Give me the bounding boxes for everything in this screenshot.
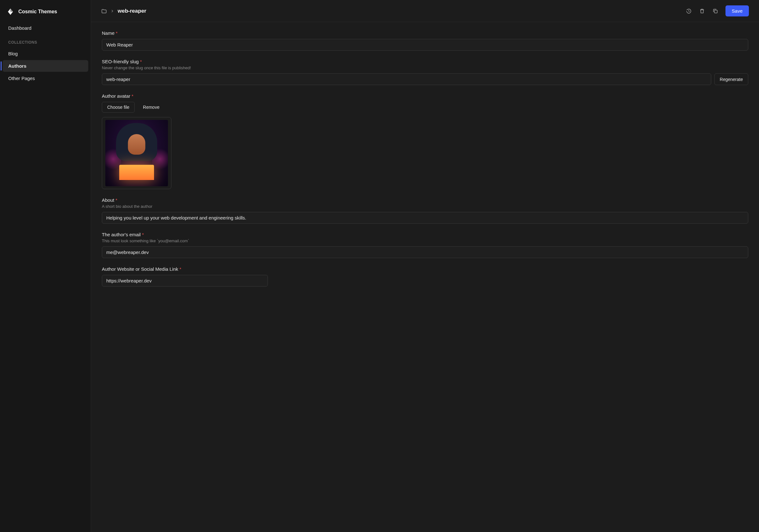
remove-file-button[interactable]: Remove [138,102,164,112]
choose-file-button[interactable]: Choose file [102,102,135,113]
required-indicator: * [116,30,118,36]
required-indicator: * [132,93,134,99]
topbar-actions: Save [683,5,749,17]
chevron-right-icon [110,9,114,13]
brand: Cosmic Themes [0,5,91,22]
sidebar-item-blog[interactable]: Blog [3,48,88,60]
about-label: About [102,197,114,203]
brand-title: Cosmic Themes [18,9,57,15]
sidebar-nav: Dashboard COLLECTIONS Blog Authors Other… [0,22,91,85]
field-website: Author Website or Social Media Link * [102,266,748,287]
field-about: About * A short bio about the author [102,197,748,224]
website-label: Author Website or Social Media Link [102,266,179,272]
about-input[interactable] [102,212,748,224]
slug-input[interactable] [102,73,711,85]
avatar-image [105,120,168,186]
slug-help: Never change the slug once this file is … [102,65,748,70]
avatar-preview [102,117,172,189]
required-indicator: * [142,232,144,237]
trash-icon[interactable] [697,5,708,17]
content: Name * SEO-friendly slug * Never change … [91,22,759,532]
field-name: Name * [102,30,748,51]
brand-logo-icon [6,8,15,16]
required-indicator: * [140,59,142,64]
slug-label: SEO-friendly slug [102,59,139,64]
main: web-reaper [91,0,759,532]
email-input[interactable] [102,246,748,258]
email-help: This must look something like `you@email… [102,238,748,243]
folder-icon[interactable] [101,8,107,14]
website-input[interactable] [102,275,268,287]
field-slug: SEO-friendly slug * Never change the slu… [102,59,748,85]
required-indicator: * [115,197,117,203]
sidebar-item-authors[interactable]: Authors [3,60,88,72]
sidebar: Cosmic Themes Dashboard COLLECTIONS Blog… [0,0,91,532]
svg-rect-0 [714,10,717,13]
sidebar-item-dashboard[interactable]: Dashboard [3,22,88,34]
breadcrumb: web-reaper [101,8,146,14]
sidebar-item-other-pages[interactable]: Other Pages [3,72,88,84]
field-email: The author's email * This must look some… [102,232,748,258]
avatar-label: Author avatar [102,93,130,99]
required-indicator: * [180,266,181,272]
about-help: A short bio about the author [102,204,748,209]
email-label: The author's email [102,232,141,237]
topbar: web-reaper [91,0,759,22]
name-input[interactable] [102,39,748,51]
regenerate-button[interactable]: Regenerate [714,73,748,85]
save-button[interactable]: Save [726,5,749,17]
sidebar-section-collections: COLLECTIONS [3,34,88,48]
field-avatar: Author avatar * Choose file Remove [102,93,748,189]
breadcrumb-current: web-reaper [118,8,146,14]
name-label: Name [102,30,114,36]
history-icon[interactable] [683,5,695,17]
duplicate-icon[interactable] [710,5,721,17]
